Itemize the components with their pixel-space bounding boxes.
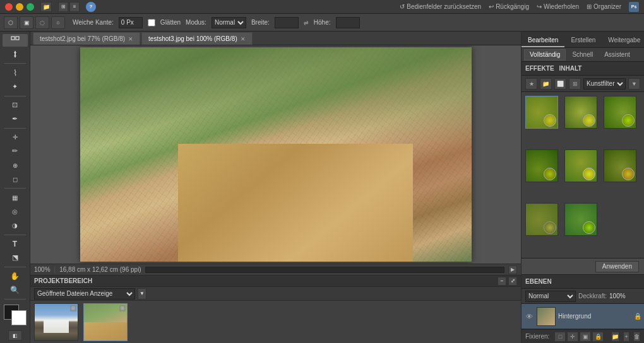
organizer-btn[interactable]: ⊞ Organizer bbox=[587, 3, 621, 10]
text-tool[interactable]: T bbox=[3, 238, 28, 250]
hand-tool[interactable]: ✋ bbox=[3, 270, 28, 282]
effect-thumb-1[interactable] bbox=[525, 96, 558, 129]
subtab-schnell[interactable]: Schnell bbox=[567, 49, 598, 61]
effect-thumb-2[interactable] bbox=[564, 96, 597, 129]
project-expand-btn[interactable]: ⤢ bbox=[508, 277, 517, 286]
layer-lock-all2-btn[interactable]: 🔒 bbox=[592, 332, 604, 342]
inhalt-label: INHALT bbox=[559, 65, 582, 72]
effects-category-select[interactable]: Kunstfilter bbox=[583, 78, 626, 90]
glaetten-checkbox[interactable] bbox=[148, 19, 155, 26]
tab-close-0[interactable]: ✕ bbox=[128, 36, 133, 42]
layer-lock-pos-btn[interactable]: ✛ bbox=[567, 332, 578, 342]
project-dropdown-btn[interactable]: ▼ bbox=[138, 288, 146, 299]
effect-thumb-6[interactable] bbox=[604, 149, 636, 182]
maximize-window-btn[interactable] bbox=[27, 3, 34, 11]
effect-thumb-7[interactable] bbox=[525, 203, 558, 236]
layer-thumbnail bbox=[537, 307, 556, 326]
right-subtabs: Vollständig Schnell Assistent bbox=[522, 48, 644, 62]
background-color[interactable] bbox=[11, 310, 27, 325]
apply-button[interactable]: Anwenden bbox=[595, 261, 639, 272]
effects-dropdown-btn[interactable]: ▼ bbox=[628, 78, 640, 90]
opacity-label: Deckkraft: bbox=[578, 293, 607, 299]
tool-options-btn3[interactable]: ◌ bbox=[35, 16, 49, 29]
magic-wand-tool[interactable]: ✦ bbox=[3, 80, 28, 93]
top-bar-right: ↺ Bedienfelder zurücksetzen ↩ Rückgängig… bbox=[400, 2, 639, 12]
effect-thumb-5[interactable] bbox=[564, 149, 597, 182]
effects-icon-star[interactable]: ★ bbox=[525, 78, 537, 90]
eyedropper-tool[interactable]: ✒ bbox=[3, 113, 28, 125]
layer-lock-img-btn[interactable]: ▣ bbox=[580, 332, 591, 342]
toolbar-separator-3 bbox=[4, 128, 26, 129]
svg-rect-0 bbox=[11, 37, 15, 40]
project-thumbnail-1[interactable]: ⊞ bbox=[34, 303, 78, 341]
undo-btn[interactable]: ↩ Rückgängig bbox=[489, 3, 529, 10]
layer-new-group-btn[interactable]: 📁 bbox=[611, 332, 619, 342]
modus-select[interactable]: Normal bbox=[212, 17, 246, 28]
layer-delete-btn[interactable]: 🗑 bbox=[633, 332, 640, 342]
effect-thumb-3[interactable] bbox=[604, 96, 636, 129]
subtab-assistent[interactable]: Assistent bbox=[599, 49, 635, 61]
canvas-area[interactable] bbox=[30, 45, 521, 264]
effect-thumb-4[interactable] bbox=[525, 149, 558, 182]
healing-tool[interactable]: ✛ bbox=[3, 131, 28, 144]
stamp-tool[interactable]: ⊕ bbox=[3, 159, 28, 172]
hoehe-input[interactable] bbox=[336, 17, 360, 28]
svg-marker-2 bbox=[14, 50, 16, 58]
close-window-btn[interactable] bbox=[5, 3, 13, 11]
thumb-corner-2: ⊞ bbox=[119, 305, 126, 311]
gradient-tool[interactable]: ▦ bbox=[3, 191, 28, 204]
tab-close-1[interactable]: ✕ bbox=[241, 36, 246, 42]
tool-grid-btn[interactable]: ⊞ bbox=[58, 2, 68, 12]
effects-icon-folder[interactable]: 📁 bbox=[540, 78, 552, 90]
move-tool[interactable] bbox=[3, 48, 28, 61]
dodge-tool[interactable]: ◑ bbox=[3, 219, 28, 232]
redo-btn[interactable]: ↪ Wiederholen bbox=[537, 3, 579, 10]
effects-icon-frame[interactable]: ⬜ bbox=[554, 78, 566, 90]
layer-new-btn[interactable]: + bbox=[623, 332, 629, 342]
tool-options-btn4[interactable]: ○ bbox=[51, 16, 65, 29]
layer-mode-select[interactable]: Normal bbox=[525, 291, 576, 302]
weiche-kante-input[interactable] bbox=[119, 17, 143, 28]
crop-tool[interactable]: ⊡ bbox=[3, 98, 28, 111]
reset-panels-btn[interactable]: ↺ Bedienfelder zurücksetzen bbox=[400, 3, 481, 10]
project-content: ⊞ ⊞ bbox=[30, 301, 521, 343]
effects-grid bbox=[522, 92, 644, 258]
shape-tool[interactable]: ⬔ bbox=[3, 252, 28, 264]
tab-bearbeiten[interactable]: Bearbeiten bbox=[522, 33, 564, 47]
blur-tool[interactable]: ◎ bbox=[3, 205, 28, 218]
layer-lock-all-btn[interactable]: □ bbox=[554, 332, 566, 342]
tab-testshot2[interactable]: testshot2.jpg bei 77% (RGB/8) ✕ bbox=[33, 32, 140, 45]
separator-1: | bbox=[54, 266, 56, 273]
scroll-right-btn[interactable]: ▶ bbox=[508, 265, 517, 274]
zoom-tool[interactable]: 🔍 bbox=[3, 284, 28, 296]
effects-icon-texture[interactable]: ⊞ bbox=[569, 78, 581, 90]
quick-mask-btn[interactable]: ◧ bbox=[8, 330, 22, 340]
subtab-vollstaendig[interactable]: Vollständig bbox=[524, 49, 566, 61]
tool-options-btn2[interactable]: ▣ bbox=[20, 16, 33, 29]
effect-thumb-8[interactable] bbox=[564, 203, 597, 236]
tab-testshot3[interactable]: testshot3.jpg bei 100% (RGB/8) ✕ bbox=[141, 32, 253, 45]
horizontal-scrollbar[interactable] bbox=[145, 267, 504, 273]
tool-btn2[interactable]: ≡ bbox=[69, 2, 80, 12]
brush-tool[interactable]: ✏ bbox=[3, 145, 28, 158]
lasso-tool[interactable]: ⌇ bbox=[3, 66, 28, 79]
layer-visibility-toggle[interactable]: 👁 bbox=[524, 311, 534, 322]
tab-weitergabe[interactable]: Weitergabe bbox=[602, 33, 644, 47]
link-icon: ⇌ bbox=[304, 20, 309, 26]
tool-options-btn1[interactable]: ⬡ bbox=[4, 16, 18, 29]
project-panel: PROJEKTBEREICH − ⤢ Geöffnete Dateien Anz… bbox=[30, 275, 521, 343]
project-thumbnail-2[interactable]: ⊞ bbox=[83, 303, 128, 341]
minimize-window-btn[interactable] bbox=[16, 3, 23, 11]
project-collapse-btn[interactable]: − bbox=[498, 277, 506, 286]
layer-item-hintergrund[interactable]: 👁 Hintergrund 🔒 bbox=[522, 304, 644, 329]
eraser-tool[interactable]: ◻ bbox=[3, 173, 28, 185]
reset-icon: ↺ bbox=[400, 3, 405, 10]
help-icon[interactable]: ? bbox=[86, 2, 96, 12]
project-view-select[interactable]: Geöffnete Dateien Anzeige bbox=[34, 288, 135, 299]
svg-rect-1 bbox=[16, 37, 19, 40]
image-size: 16,88 cm x 12,62 cm (96 ppi) bbox=[59, 266, 141, 273]
selection-tool[interactable] bbox=[3, 34, 28, 47]
breite-input[interactable] bbox=[275, 17, 299, 28]
tab-erstellen[interactable]: Erstellen bbox=[564, 33, 602, 47]
file-icon[interactable]: 📁 bbox=[40, 2, 52, 12]
